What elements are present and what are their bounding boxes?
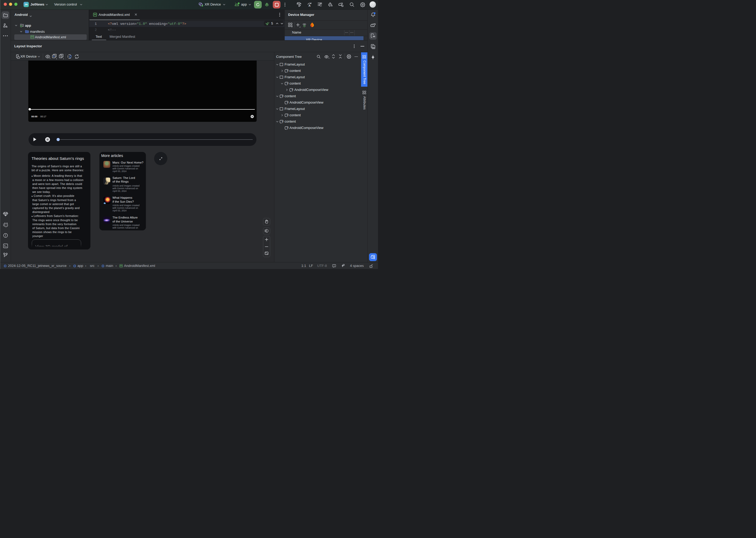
svg-text:?: ? [287, 82, 288, 85]
svg-text:?: ? [287, 101, 288, 104]
svg-text:?: ? [287, 127, 288, 130]
svg-text:?: ? [282, 121, 283, 123]
svg-text:A: A [309, 4, 311, 7]
svg-text:?: ? [292, 89, 293, 92]
svg-text:?: ? [287, 114, 288, 117]
svg-text:?: ? [287, 70, 288, 73]
svg-text:?: ? [282, 95, 283, 98]
